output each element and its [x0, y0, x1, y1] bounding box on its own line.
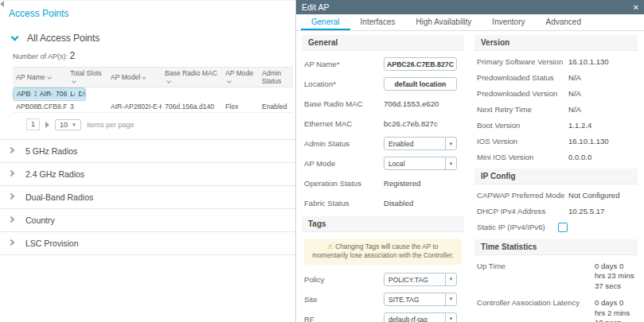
ap-name-input[interactable]	[384, 57, 457, 71]
column-header-label: AP Model	[111, 73, 140, 81]
column-header-ap-mode[interactable]: AP Mode	[222, 68, 259, 87]
column-header-ap-name[interactable]: AP Name	[13, 68, 67, 87]
column-header-admin-status[interactable]: Admin Status	[259, 68, 293, 87]
capwap-value: Not Configured	[568, 191, 620, 200]
section-dual-band-radios[interactable]: Dual-Band Radios	[0, 186, 295, 209]
chevron-down-icon: ▼	[445, 274, 456, 285]
sort-chevron-icon[interactable]	[47, 75, 52, 80]
section-lsc-provision[interactable]: LSC Provision	[0, 232, 295, 255]
field-mini-ios-version: Mini IOS Version 0.0.0.0	[477, 153, 636, 161]
time-statistics-section-heading: Time Statistics	[474, 239, 638, 255]
cell-ap-name[interactable]: APBC26.C7EB.827C	[14, 88, 31, 100]
section-24ghz-radios[interactable]: 2.4 GHz Radios	[0, 163, 295, 186]
field-boot-version: Boot Version 1.1.2.4	[477, 121, 636, 130]
field-predownloaded-status: Predownloaded Status N/A	[477, 73, 636, 82]
tab-advanced[interactable]: Advanced	[536, 14, 591, 30]
next-page-button[interactable]	[45, 122, 49, 128]
tab-high-availability[interactable]: High Availability	[406, 14, 482, 30]
field-ethernet-mac: Ethernet MAC bc26.c7eb.827c	[304, 117, 463, 130]
table-row-selected[interactable]: APBC26.C7EB.827C 3 AIR-AP2802I-E-K9 706d…	[13, 87, 86, 101]
column-header-total-slots[interactable]: Total Slots	[67, 68, 107, 87]
rf-tag-select[interactable]: default-rf-tag ▼	[384, 312, 457, 322]
up-time-value: 0 days 0 hrs 23 mins 37 secs	[595, 262, 636, 291]
cell-ap-mode[interactable]: Flex	[222, 101, 259, 113]
chevron-down-icon: ▼	[445, 138, 456, 149]
dhcp-label: DHCP IPv4 Address	[477, 207, 568, 215]
field-label: Primary Software Version	[477, 57, 568, 66]
static-ip-checkbox[interactable]	[558, 223, 568, 232]
ap-name-label: AP Name*	[304, 60, 384, 68]
field-next-retry-time: Next Retry Time N/A	[477, 105, 636, 114]
latency-label: Controller Association Latency	[477, 298, 595, 322]
admin-status-selected-value: Enabled	[384, 138, 445, 149]
base-radio-mac-value: 706d.1553.e620	[384, 99, 439, 108]
operation-status-value: Registered	[384, 179, 420, 188]
edit-ap-dialog: Edit AP × General Interfaces High Availa…	[295, 0, 644, 322]
admin-status-select[interactable]: Enabled ▼	[384, 137, 457, 150]
dialog-header: Edit AP ×	[296, 0, 644, 14]
column-header-label: Base Radio MAC	[165, 69, 217, 77]
dialog-left-column: General AP Name* Location* Base Radio MA…	[302, 35, 464, 322]
column-header-base-radio-mac[interactable]: Base Radio MAC	[162, 68, 222, 87]
cell-ap-mode[interactable]: Local	[67, 88, 75, 100]
table-row[interactable]: APB08B.CFB9.F758 3 AIR-AP2802I-E-K9 706d…	[13, 101, 293, 113]
field-value: 16.10.1.130	[568, 137, 609, 145]
cell-ap-name[interactable]: APB08B.CFB9.F758	[13, 101, 67, 113]
cell-total-slots[interactable]: 3	[67, 101, 107, 113]
page-size-value: 10	[60, 121, 68, 129]
tab-inventory[interactable]: Inventory	[482, 14, 535, 30]
page-number[interactable]: 1	[26, 118, 40, 130]
close-icon[interactable]: ×	[634, 3, 638, 12]
column-header-ap-model[interactable]: AP Model	[107, 68, 162, 87]
sort-chevron-icon[interactable]	[227, 79, 232, 83]
field-ios-version: IOS Version 16.10.1.130	[477, 137, 636, 145]
sort-chevron-icon[interactable]	[166, 79, 171, 83]
warning-icon: ⚠	[328, 242, 334, 250]
ap-count: Number of AP(s): 2	[0, 44, 295, 61]
chevron-down-icon: ▼	[72, 122, 76, 127]
field-base-radio-mac: Base Radio MAC 706d.1553.e620	[304, 97, 463, 111]
field-ap-name: AP Name*	[304, 57, 463, 71]
prev-page-icon	[0, 1, 4, 7]
section-5ghz-radios[interactable]: 5 GHz Radios	[0, 140, 295, 163]
ap-mode-select[interactable]: Local ▼	[384, 157, 457, 170]
cell-ap-model[interactable]: AIR-AP2802I-E-K9	[107, 101, 162, 113]
field-value: 0.0.0.0	[568, 153, 591, 161]
page-size-select[interactable]: 10 ▼	[55, 119, 81, 130]
site-tag-select[interactable]: SITE.TAG ▼	[384, 293, 457, 306]
section-country[interactable]: Country	[0, 209, 295, 232]
field-operation-status: Operation Status Registered	[304, 177, 463, 190]
cell-base-radio-mac[interactable]: 706d.156a.d140	[162, 101, 222, 113]
ap-count-value: 2	[70, 50, 76, 61]
version-section-heading: Version	[474, 35, 638, 51]
section-label: 5 GHz Radios	[25, 146, 77, 156]
next-page-icon	[45, 122, 49, 128]
cell-ap-model[interactable]: AIR-AP2802I-E-K9	[37, 88, 53, 100]
field-value: N/A	[568, 73, 581, 82]
ap-mode-label: AP Mode	[304, 159, 384, 168]
cell-base-radio-mac[interactable]: 706d.1553.e620	[53, 88, 67, 100]
cell-total-slots[interactable]: 3	[31, 88, 37, 100]
field-primary-software-version: Primary Software Version 16.10.1.130	[477, 57, 636, 66]
access-points-table: AP Name Total Slots AP Model Base Radio …	[13, 67, 293, 113]
ap-count-label: Number of AP(s):	[13, 52, 68, 60]
field-value: 1.1.2.4	[568, 121, 591, 130]
field-label: Predownloaded Status	[477, 73, 568, 82]
cell-admin-status[interactable]: Disabled	[75, 88, 85, 100]
field-label: Mini IOS Version	[477, 153, 568, 161]
sort-chevron-icon[interactable]	[142, 75, 146, 80]
tab-interfaces[interactable]: Interfaces	[350, 14, 406, 30]
dialog-tabs: General Interfaces High Availability Inv…	[296, 14, 644, 31]
field-label: IOS Version	[477, 137, 568, 145]
field-value: N/A	[568, 105, 581, 114]
chevron-right-icon	[8, 192, 14, 199]
sort-chevron-icon[interactable]	[72, 79, 76, 83]
location-input[interactable]	[384, 77, 457, 91]
cell-admin-status[interactable]: Enabled	[259, 101, 293, 113]
policy-tag-select[interactable]: POLICY.TAG ▼	[384, 273, 457, 286]
chevron-right-icon	[8, 239, 14, 245]
all-access-points-toggle[interactable]: All Access Points	[0, 19, 295, 44]
ap-mode-selected-value: Local	[384, 157, 445, 169]
latency-value: 0 days 0 hrs 2 mins 10 secs	[595, 298, 636, 322]
tab-general[interactable]: General	[301, 14, 350, 30]
